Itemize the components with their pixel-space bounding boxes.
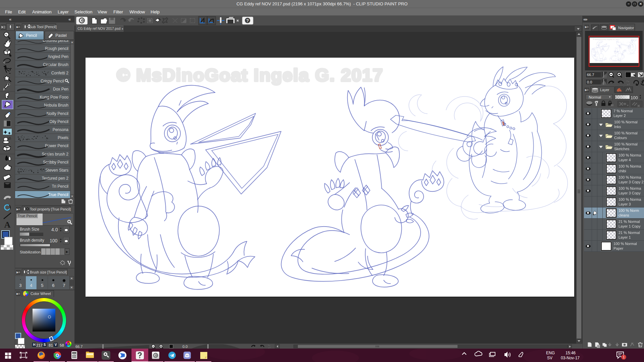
- svg-text:?: ?: [246, 18, 249, 23]
- svg-text:A: A: [4, 220, 11, 230]
- svg-text:© MsDinoGoat Ingela G. 2017: © MsDinoGoat Ingela G. 2017: [117, 65, 383, 85]
